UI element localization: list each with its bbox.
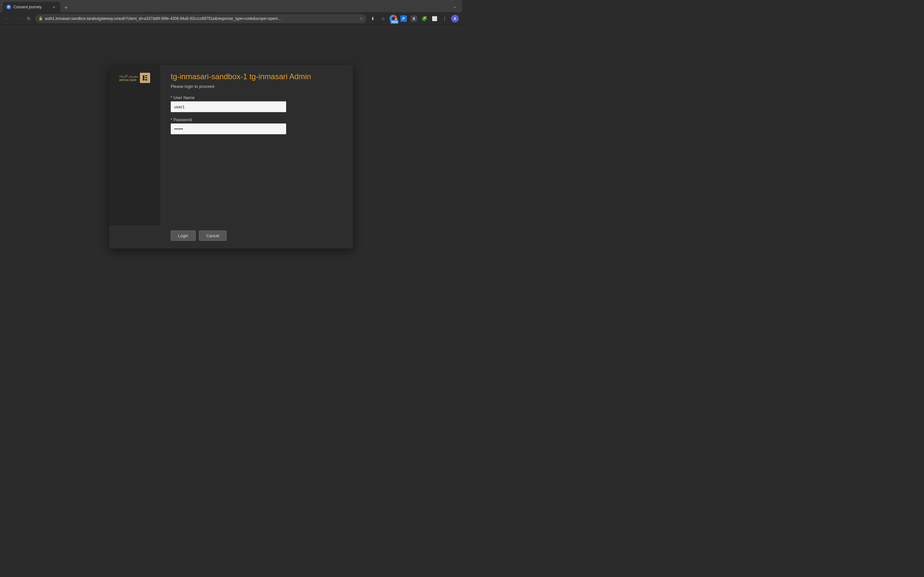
extensions-puzzle-icon[interactable]: 🧩 bbox=[420, 14, 429, 23]
bookmark-manager-icon[interactable]: ☆ bbox=[379, 14, 388, 23]
tab-close-button[interactable]: ✕ bbox=[51, 5, 57, 10]
tab-bar: Consent journey ✕ + ⌄ bbox=[0, 0, 462, 12]
svg-rect-5 bbox=[145, 77, 147, 78]
tab-minimize-button[interactable]: ⌄ bbox=[451, 2, 459, 11]
login-button[interactable]: Login bbox=[171, 230, 196, 241]
bank-logo-panel: مصرف الإنماء alinma bank bbox=[109, 65, 160, 226]
sidebar-icon[interactable]: ⬜ bbox=[430, 14, 439, 23]
username-input[interactable] bbox=[171, 101, 286, 112]
new-badge: New bbox=[391, 20, 399, 24]
lock-icon: 🔒 bbox=[39, 16, 43, 21]
toolbar-icons: ⬇ ☆ New P S 🧩 ⬜ ⋮ A bbox=[368, 14, 459, 23]
page-content: مصرف الإنماء alinma bank bbox=[0, 25, 462, 288]
username-label: * User Name bbox=[171, 95, 342, 100]
browser-tab[interactable]: Consent journey ✕ bbox=[3, 2, 60, 12]
svg-rect-4 bbox=[145, 75, 147, 76]
bank-name-arabic: مصرف الإنماء bbox=[120, 74, 138, 78]
svg-rect-3 bbox=[143, 75, 144, 81]
profile-icon-1[interactable]: P bbox=[399, 14, 408, 23]
url-bar[interactable]: 🔒 auth1.inmasari.sandbox.tarabutgateway.… bbox=[35, 14, 367, 23]
forward-button[interactable]: → bbox=[13, 14, 23, 23]
password-group: * Password bbox=[171, 117, 342, 134]
bank-logo-icon bbox=[140, 73, 150, 83]
dialog-title: tg-inmasari-sandbox-1 tg-inmasari Admin bbox=[171, 71, 342, 81]
new-tab-button[interactable]: + bbox=[61, 3, 71, 12]
dialog-subtitle: Please login to proceed bbox=[171, 84, 342, 89]
chrome-icon-button[interactable]: New bbox=[389, 14, 398, 23]
address-bar: ← → ↻ 🔒 auth1.inmasari.sandbox.tarabutga… bbox=[0, 12, 462, 25]
profile-avatar[interactable]: A bbox=[451, 14, 459, 23]
username-group: * User Name bbox=[171, 95, 342, 112]
extension-icon-2: S bbox=[411, 15, 417, 22]
extension-icon-1: P bbox=[401, 15, 407, 22]
dialog-footer: Login Cancel bbox=[160, 226, 353, 248]
login-form-panel: tg-inmasari-sandbox-1 tg-inmasari Admin … bbox=[160, 65, 353, 226]
svg-rect-6 bbox=[145, 79, 147, 81]
bookmark-icon[interactable]: ☆ bbox=[359, 16, 363, 21]
dialog-main: مصرف الإنماء alinma bank bbox=[109, 65, 353, 226]
login-dialog: مصرف الإنماء alinma bank bbox=[109, 65, 353, 248]
url-text: auth1.inmasari.sandbox.tarabutgateway.io… bbox=[45, 16, 357, 21]
tab-title: Consent journey bbox=[13, 5, 49, 9]
chrome-menu-button[interactable]: ⋮ bbox=[440, 14, 449, 23]
svg-point-1 bbox=[8, 7, 9, 8]
password-label: * Password bbox=[171, 117, 342, 122]
bank-name-english: alinma bank bbox=[120, 78, 138, 82]
tab-favicon bbox=[6, 5, 11, 9]
password-input[interactable] bbox=[171, 123, 286, 134]
reload-button[interactable]: ↻ bbox=[24, 14, 33, 23]
profile-icon-2[interactable]: S bbox=[409, 14, 418, 23]
tab-controls: ⌄ bbox=[451, 2, 459, 12]
bank-logo-wrapper: مصرف الإنماء alinma bank bbox=[120, 73, 150, 83]
back-button[interactable]: ← bbox=[3, 14, 11, 23]
bank-logo: مصرف الإنماء alinma bank bbox=[120, 73, 150, 83]
cancel-button[interactable]: Cancel bbox=[199, 230, 226, 241]
avatar-image: A bbox=[451, 15, 459, 23]
downloads-icon[interactable]: ⬇ bbox=[368, 14, 377, 23]
browser-frame: Consent journey ✕ + ⌄ ← → ↻ 🔒 auth1.inma… bbox=[0, 0, 462, 288]
